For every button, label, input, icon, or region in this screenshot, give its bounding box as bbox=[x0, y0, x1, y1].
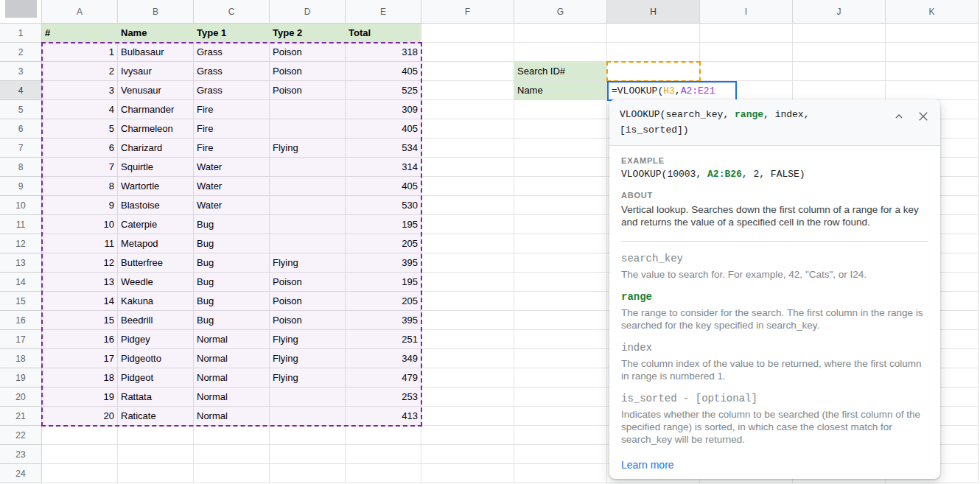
cell-E11[interactable]: 195 bbox=[346, 215, 421, 234]
cell-C19[interactable]: Normal bbox=[194, 368, 270, 387]
cell-C22[interactable] bbox=[194, 426, 270, 445]
cell-C2[interactable]: Grass bbox=[194, 43, 270, 62]
cell-J4[interactable] bbox=[793, 81, 886, 100]
cell-G16[interactable] bbox=[514, 311, 607, 330]
row-header-21[interactable]: 21 bbox=[0, 407, 42, 426]
cell-E24[interactable] bbox=[346, 464, 421, 483]
cell-B7[interactable]: Charizard bbox=[118, 138, 194, 158]
cell-D7[interactable]: Flying bbox=[270, 138, 346, 158]
cell-D14[interactable]: Poison bbox=[270, 273, 346, 292]
cell-E23[interactable] bbox=[346, 445, 421, 464]
cell-C7[interactable]: Fire bbox=[194, 138, 270, 158]
cell-A19[interactable]: 18 bbox=[42, 368, 118, 387]
cell-A21[interactable]: 20 bbox=[42, 407, 118, 426]
cell-D19[interactable]: Flying bbox=[270, 368, 346, 387]
column-header-B[interactable]: B bbox=[118, 0, 194, 24]
cell-B15[interactable]: Kakuna bbox=[118, 292, 194, 311]
row-header-3[interactable]: 3 bbox=[0, 62, 42, 81]
row-header-1[interactable]: 1 bbox=[0, 24, 42, 43]
cell-F6[interactable] bbox=[421, 119, 514, 138]
cell-K3[interactable] bbox=[886, 62, 979, 81]
cell-A9[interactable]: 8 bbox=[42, 177, 118, 196]
row-header-12[interactable]: 12 bbox=[0, 234, 42, 253]
cell-C12[interactable]: Bug bbox=[194, 234, 270, 253]
cell-B14[interactable]: Weedle bbox=[118, 273, 194, 292]
cell-F22[interactable] bbox=[421, 426, 514, 445]
cell-F1[interactable] bbox=[421, 24, 514, 43]
cell-H1[interactable] bbox=[607, 24, 700, 43]
cell-E16[interactable]: 395 bbox=[346, 311, 421, 330]
cell-E9[interactable]: 405 bbox=[346, 177, 421, 196]
cell-G17[interactable] bbox=[514, 330, 607, 349]
cell-D23[interactable] bbox=[270, 445, 346, 464]
cell-F10[interactable] bbox=[421, 196, 514, 215]
close-icon[interactable] bbox=[917, 110, 930, 123]
row-header-5[interactable]: 5 bbox=[0, 100, 42, 119]
cell-F15[interactable] bbox=[421, 292, 514, 311]
row-header-2[interactable]: 2 bbox=[0, 43, 42, 62]
cell-E20[interactable]: 253 bbox=[346, 387, 421, 407]
cell-F13[interactable] bbox=[421, 253, 514, 273]
cell-A17[interactable]: 16 bbox=[42, 330, 118, 349]
row-header-11[interactable]: 11 bbox=[0, 215, 42, 234]
column-header-C[interactable]: C bbox=[194, 0, 270, 24]
cell-G21[interactable] bbox=[514, 407, 607, 426]
cell-B6[interactable]: Charmeleon bbox=[118, 119, 194, 138]
cell-E6[interactable]: 405 bbox=[346, 119, 421, 138]
cell-B16[interactable]: Beedrill bbox=[118, 311, 194, 330]
cell-G6[interactable] bbox=[514, 119, 607, 138]
cell-C16[interactable]: Bug bbox=[194, 311, 270, 330]
row-header-10[interactable]: 10 bbox=[0, 196, 42, 215]
row-header-18[interactable]: 18 bbox=[0, 349, 42, 368]
cell-A4[interactable]: 3 bbox=[42, 81, 118, 100]
cell-F14[interactable] bbox=[421, 273, 514, 292]
cell-D16[interactable]: Poison bbox=[270, 311, 346, 330]
cell-A1[interactable]: # bbox=[42, 24, 118, 43]
cell-C3[interactable]: Grass bbox=[194, 62, 270, 81]
cell-F17[interactable] bbox=[421, 330, 514, 349]
cell-F20[interactable] bbox=[421, 387, 514, 407]
collapse-chevron-up-icon[interactable] bbox=[893, 111, 905, 122]
cell-G24[interactable] bbox=[514, 464, 607, 483]
select-all-corner[interactable] bbox=[0, 0, 42, 24]
cell-A6[interactable]: 5 bbox=[42, 119, 118, 138]
cell-E13[interactable]: 395 bbox=[346, 253, 421, 273]
cell-K2[interactable] bbox=[886, 43, 979, 62]
cell-D22[interactable] bbox=[270, 426, 346, 445]
cell-G18[interactable] bbox=[514, 349, 607, 368]
cell-C4[interactable]: Grass bbox=[194, 81, 270, 100]
cell-B8[interactable]: Squirtle bbox=[118, 158, 194, 177]
cell-E21[interactable]: 413 bbox=[346, 407, 421, 426]
row-header-15[interactable]: 15 bbox=[0, 292, 42, 311]
cell-B19[interactable]: Pidgeot bbox=[118, 368, 194, 387]
cell-G20[interactable] bbox=[514, 387, 607, 407]
cell-B1[interactable]: Name bbox=[118, 24, 194, 43]
cell-C6[interactable]: Fire bbox=[194, 119, 270, 138]
cell-F19[interactable] bbox=[421, 368, 514, 387]
cell-D11[interactable] bbox=[270, 215, 346, 234]
formula-editor[interactable]: =VLOOKUP(H3, A2:E21 bbox=[607, 81, 737, 101]
cell-F16[interactable] bbox=[421, 311, 514, 330]
cell-B21[interactable]: Raticate bbox=[118, 407, 194, 426]
cell-G15[interactable] bbox=[514, 292, 607, 311]
cell-D15[interactable]: Poison bbox=[270, 292, 346, 311]
cell-G7[interactable] bbox=[514, 138, 607, 158]
cell-E18[interactable]: 349 bbox=[346, 349, 421, 368]
cell-A14[interactable]: 13 bbox=[42, 273, 118, 292]
cell-B9[interactable]: Wartortle bbox=[118, 177, 194, 196]
cell-G10[interactable] bbox=[514, 196, 607, 215]
cell-F2[interactable] bbox=[421, 43, 514, 62]
cell-C20[interactable]: Normal bbox=[194, 387, 270, 407]
cell-C17[interactable]: Normal bbox=[194, 330, 270, 349]
column-header-F[interactable]: F bbox=[421, 0, 514, 24]
cell-E5[interactable]: 309 bbox=[346, 100, 421, 119]
cell-F23[interactable] bbox=[421, 445, 514, 464]
cell-J1[interactable] bbox=[793, 24, 886, 43]
cell-G14[interactable] bbox=[514, 273, 607, 292]
cell-H2[interactable] bbox=[607, 43, 700, 62]
row-header-19[interactable]: 19 bbox=[0, 368, 42, 387]
cell-E2[interactable]: 318 bbox=[346, 43, 421, 62]
cell-A20[interactable]: 19 bbox=[42, 387, 118, 407]
cell-B5[interactable]: Charmander bbox=[118, 100, 194, 119]
cell-B24[interactable] bbox=[118, 464, 194, 483]
